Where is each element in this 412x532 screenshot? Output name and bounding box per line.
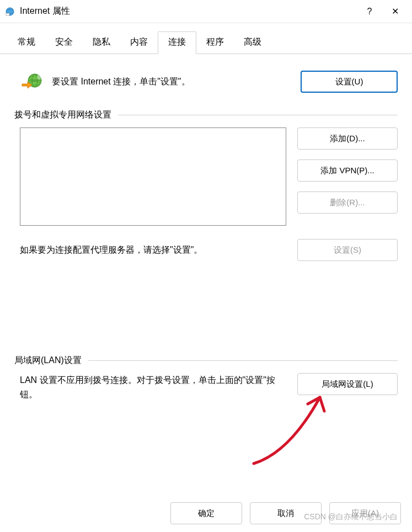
dialog-footer: 确定 取消 应用(A) [170,502,401,524]
globe-arrow-icon [21,72,43,92]
lan-row: LAN 设置不应用到拨号连接。对于拨号设置，单击上面的"设置"按钮。 局域网设置… [20,373,398,401]
tab-privacy[interactable]: 隐私 [83,31,120,54]
tab-general[interactable]: 常规 [8,31,45,54]
tab-content-area: 要设置 Internet 连接，单击"设置"。 设置(U) 拨号和虚拟专用网络设… [0,54,412,407]
dial-section-label: 拨号和虚拟专用网络设置 [14,109,111,121]
tab-security[interactable]: 安全 [45,31,83,54]
divider [88,360,398,361]
proxy-description: 如果要为连接配置代理服务器，请选择"设置"。 [20,244,286,256]
close-button[interactable]: ✕ [382,0,408,23]
lan-section-header: 局域网(LAN)设置 [14,355,398,366]
ok-button[interactable]: 确定 [170,502,242,524]
lan-section-label: 局域网(LAN)设置 [14,355,82,366]
apply-button: 应用(A) [329,502,401,524]
internet-options-icon [4,6,15,17]
setup-button[interactable]: 设置(U) [301,71,398,93]
lan-settings-button[interactable]: 局域网设置(L) [297,373,398,395]
add-button[interactable]: 添加(D)... [297,127,398,150]
window-title: Internet 属性 [20,6,357,17]
tab-advanced[interactable]: 高级 [234,31,271,54]
lan-description: LAN 设置不应用到拨号连接。对于拨号设置，单击上面的"设置"按钮。 [20,373,286,401]
cancel-button[interactable]: 取消 [250,502,322,524]
svg-point-7 [37,75,41,79]
dial-row: 添加(D)... 添加 VPN(P)... 删除(R)... [14,127,398,226]
divider [118,115,398,115]
tab-bar: 常规 安全 隐私 内容 连接 程序 高级 [0,23,412,54]
tab-connections[interactable]: 连接 [158,31,196,54]
lan-section: 局域网(LAN)设置 LAN 设置不应用到拨号连接。对于拨号设置，单击上面的"设… [14,355,398,401]
tab-content[interactable]: 内容 [120,31,158,54]
setup-row: 要设置 Internet 连接，单击"设置"。 设置(U) [21,71,398,93]
proxy-row: 如果要为连接配置代理服务器，请选择"设置"。 设置(S) [20,239,398,261]
setup-description: 要设置 Internet 连接，单击"设置"。 [52,76,292,88]
svg-rect-1 [6,13,9,15]
add-vpn-button[interactable]: 添加 VPN(P)... [297,159,398,182]
remove-button: 删除(R)... [297,191,398,214]
connections-listbox[interactable] [20,127,286,226]
help-button[interactable]: ? [357,0,382,23]
dial-buttons: 添加(D)... 添加 VPN(P)... 删除(R)... [297,127,398,214]
tab-programs[interactable]: 程序 [196,31,234,54]
connection-settings-button: 设置(S) [297,239,398,261]
titlebar: Internet 属性 ? ✕ [0,0,412,23]
dial-section-header: 拨号和虚拟专用网络设置 [14,109,398,121]
